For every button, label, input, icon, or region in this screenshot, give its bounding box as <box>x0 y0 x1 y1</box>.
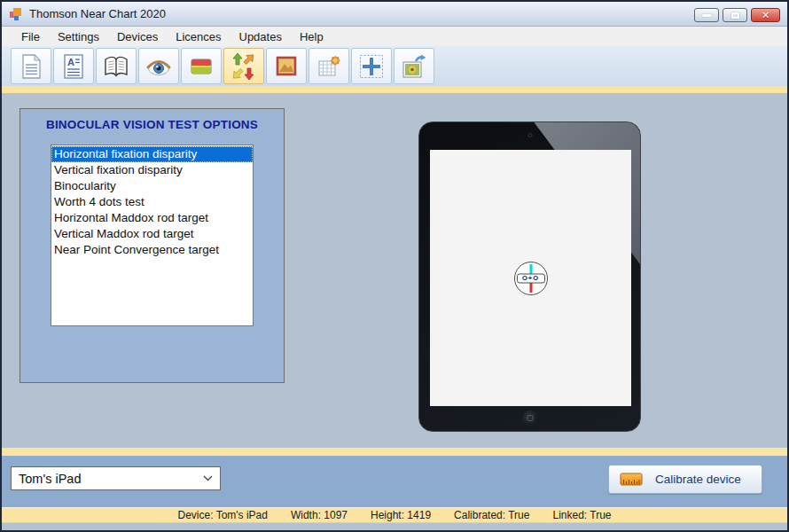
app-window: Thomson Near Chart 2020 ✕ File Settings … <box>0 0 789 532</box>
target-center-box: O+O <box>517 273 545 283</box>
toolbar: A <box>2 46 787 86</box>
maximize-button[interactable] <box>723 8 747 22</box>
status-calibrated: Calibrated: True <box>454 509 529 521</box>
status-bar: Device: Tom's iPad Width: 1097 Height: 1… <box>2 507 787 523</box>
duochrome-icon <box>189 54 214 79</box>
toolbar-button-new-grid[interactable] <box>309 48 349 84</box>
accent-strip-top <box>2 86 787 93</box>
menu-updates[interactable]: Updates <box>230 27 291 46</box>
app-logo-icon <box>9 7 23 21</box>
status-width: Width: 1097 <box>291 509 348 521</box>
ipad-camera-icon <box>527 133 532 137</box>
calibrate-device-button[interactable]: Calibrate device <box>608 465 762 494</box>
letter-chart-icon: A <box>61 53 86 80</box>
device-select[interactable]: Tom's iPad <box>11 466 221 490</box>
toolbar-button-duochrome[interactable] <box>181 48 222 84</box>
status-linked: Linked: True <box>552 509 611 521</box>
list-item-vertical-maddox-rod[interactable]: Vertical Maddox rod target <box>51 226 253 242</box>
status-height: Height: 1419 <box>371 509 431 521</box>
close-button[interactable]: ✕ <box>751 8 780 22</box>
reading-book-icon <box>103 54 129 79</box>
picture-icon <box>274 54 299 79</box>
accent-strip-bottom <box>2 448 787 456</box>
minimize-icon <box>702 14 712 17</box>
test-options-listbox[interactable]: Horizontal fixation disparity Vertical f… <box>51 145 254 326</box>
eye-icon <box>145 54 172 79</box>
menu-help[interactable]: Help <box>291 27 332 46</box>
title-bar: Thomson Near Chart 2020 ✕ <box>2 2 787 27</box>
new-document-icon <box>19 53 43 80</box>
menu-settings[interactable]: Settings <box>49 27 108 46</box>
toolbar-button-crosshair[interactable] <box>351 48 392 84</box>
toolbar-button-new-document[interactable] <box>11 48 51 84</box>
fixation-disparity-target: O+O <box>514 262 548 295</box>
list-item-vertical-fixation-disparity[interactable]: Vertical fixation disparity <box>51 162 253 178</box>
svg-text:A: A <box>67 57 74 67</box>
ipad-device-preview: O+O <box>418 121 641 432</box>
ipad-home-square-icon <box>527 415 533 421</box>
chevron-down-icon <box>203 475 213 481</box>
close-icon: ✕ <box>762 11 769 20</box>
toolbar-button-eye[interactable] <box>138 48 179 84</box>
window-controls: ✕ <box>694 8 780 22</box>
ipad-screen: O+O <box>430 150 631 406</box>
menu-licences[interactable]: Licences <box>167 27 230 46</box>
ruler-icon <box>620 472 643 487</box>
device-select-value: Tom's iPad <box>19 472 203 486</box>
target-bottom-line-red <box>529 282 532 293</box>
minimize-button[interactable] <box>694 8 719 22</box>
ipad-home-button-icon <box>522 411 537 426</box>
main-area: BINOCULAR VISION TEST OPTIONS Horizontal… <box>2 93 787 448</box>
new-grid-icon <box>316 54 341 79</box>
menu-devices[interactable]: Devices <box>108 27 167 46</box>
direction-arrows-icon <box>230 53 257 80</box>
calibrate-button-label: Calibrate device <box>655 473 741 486</box>
crosshair-icon <box>358 53 385 80</box>
list-item-near-point-convergence[interactable]: Near Point Convergence target <box>51 242 253 258</box>
toolbar-button-binocular-tests[interactable] <box>223 48 264 84</box>
menu-file[interactable]: File <box>12 27 49 46</box>
menu-bar: File Settings Devices Licences Updates H… <box>2 27 787 46</box>
toolbar-button-reading-book[interactable] <box>96 48 137 84</box>
list-item-binocularity[interactable]: Binocularity <box>51 178 253 194</box>
list-item-horizontal-maddox-rod[interactable]: Horizontal Maddox rod target <box>51 210 253 226</box>
test-options-panel: BINOCULAR VISION TEST OPTIONS Horizontal… <box>20 108 285 383</box>
list-item-horizontal-fixation-disparity[interactable]: Horizontal fixation disparity <box>51 146 253 162</box>
toolbar-button-export-image[interactable] <box>394 48 434 84</box>
status-device: Device: Tom's iPad <box>178 509 268 521</box>
list-item-worth-4-dots[interactable]: Worth 4 dots test <box>51 194 253 210</box>
maximize-icon <box>731 12 739 19</box>
panel-title: BINOCULAR VISION TEST OPTIONS <box>20 118 284 131</box>
device-bar: Tom's iPad Calibrate de <box>2 456 787 507</box>
window-title: Thomson Near Chart 2020 <box>29 7 166 20</box>
export-image-icon <box>401 54 427 79</box>
toolbar-button-letter-chart[interactable]: A <box>53 48 94 84</box>
toolbar-button-picture[interactable] <box>266 48 307 84</box>
